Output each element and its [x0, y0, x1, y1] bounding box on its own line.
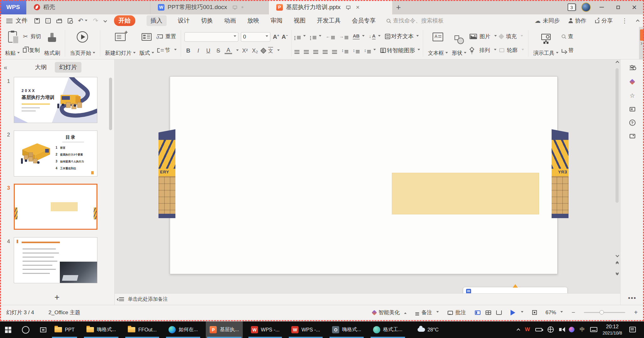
theme-name[interactable]: 2_Office 主题 — [49, 309, 80, 316]
bullet-list-button[interactable] — [294, 35, 306, 38]
zoom-in-button[interactable] — [634, 309, 638, 316]
new-tab-button[interactable] — [392, 0, 405, 14]
zoom-level[interactable]: 67% — [546, 310, 563, 316]
tab-member[interactable]: 会员专享 — [352, 17, 376, 25]
zoom-slider-knob[interactable] — [600, 310, 604, 315]
collapse-ribbon-icon[interactable] — [636, 19, 639, 23]
bold-button[interactable]: B — [184, 48, 192, 54]
increase-indent-button[interactable]: → — [339, 34, 348, 39]
slideshow-play-button[interactable] — [511, 310, 523, 315]
present-mode-icon[interactable] — [233, 6, 237, 9]
more-options-icon[interactable] — [621, 17, 628, 24]
slide-thumbnail-3-selected[interactable] — [14, 184, 97, 230]
arrange-button[interactable]: 排列 — [470, 47, 497, 54]
character-spacing-button[interactable]: AB — [353, 33, 365, 39]
taskbar-item-folder[interactable]: FFOut... — [124, 321, 160, 338]
section-button[interactable]: 节 — [157, 47, 177, 54]
present-mode-icon[interactable] — [346, 6, 351, 9]
strikethrough-button[interactable]: S — [215, 48, 222, 54]
next-slide-button[interactable] — [615, 272, 619, 274]
phonetic-guide-button[interactable]: 文 — [268, 47, 273, 54]
task-view-button[interactable] — [40, 327, 46, 332]
present-tools-dropdown-icon[interactable] — [556, 52, 558, 55]
comments-button[interactable]: 批注 — [448, 309, 466, 316]
align-center-icon[interactable] — [304, 50, 309, 51]
wps-tray-icon[interactable]: W — [525, 326, 530, 333]
slide-canvas[interactable]: ERY ERY 单击此处添加备注 — [115, 59, 620, 305]
find-button[interactable]: 查 — [562, 33, 577, 40]
shapes-button[interactable]: 形状 — [450, 29, 468, 58]
superscript-button[interactable]: X² — [241, 48, 249, 54]
tab-slideshow[interactable]: 放映 — [247, 17, 259, 25]
battery-icon[interactable] — [535, 328, 542, 331]
tray-expand-icon[interactable] — [517, 328, 520, 332]
tab-docer[interactable]: 稻壳 — [26, 0, 150, 14]
layout-button[interactable]: 版式 — [138, 29, 156, 58]
textbox-dropdown-icon[interactable] — [445, 52, 448, 55]
favorites-button[interactable]: ☆ — [628, 92, 636, 99]
clear-format-icon[interactable] — [260, 48, 267, 54]
clock[interactable]: 20:12 2021/10/8 — [603, 323, 622, 336]
new-slide-button[interactable]: 新建幻灯片 — [103, 29, 138, 58]
scroll-up-icon[interactable] — [615, 61, 619, 64]
decrease-indent-button[interactable]: ← — [326, 34, 335, 39]
new-slide-dropdown-icon[interactable] — [133, 52, 136, 55]
tray-app-icon[interactable] — [569, 327, 574, 332]
align-text-button[interactable]: 对齐文本 — [385, 33, 419, 40]
slide-thumbnail-1[interactable]: 20XX 基层执行力培训 — [14, 77, 97, 123]
tab-outline[interactable]: 大纲 — [35, 63, 47, 71]
previous-slide-button[interactable] — [615, 262, 619, 264]
tab-view[interactable]: 视图 — [294, 17, 306, 25]
layout-dropdown-icon[interactable] — [152, 52, 154, 55]
shapes-dropdown-icon[interactable] — [464, 52, 466, 55]
print-preview-icon[interactable] — [68, 18, 72, 23]
tab-transition[interactable]: 切换 — [201, 17, 213, 25]
italic-button[interactable]: I — [195, 48, 202, 54]
share-button[interactable]: 分享 — [595, 17, 613, 24]
align-left-icon[interactable] — [294, 50, 299, 51]
paste-dropdown-icon[interactable] — [17, 52, 20, 55]
tab-pptx-document-active[interactable]: P 基层执行力培训.pptx — [269, 0, 392, 14]
fit-slide-button[interactable] — [532, 310, 537, 315]
tab-design[interactable]: 设计 — [178, 17, 190, 25]
user-avatar[interactable] — [581, 3, 591, 12]
subscript-button[interactable]: X₂ — [251, 48, 259, 54]
zoom-out-button[interactable] — [572, 309, 575, 316]
undo-dropdown-icon[interactable] — [85, 20, 87, 23]
help-button[interactable]: ? — [629, 120, 636, 126]
line-spacing-button[interactable]: ↕ — [341, 48, 348, 53]
notes-bar[interactable]: 单击此处添加备注 — [115, 293, 620, 305]
picture-dropdown-icon[interactable] — [494, 35, 497, 38]
reset-button[interactable]: 重置 — [157, 33, 177, 40]
object-properties-button[interactable] — [628, 64, 636, 71]
tab-insert[interactable]: 插入 — [147, 15, 167, 26]
close-button[interactable] — [629, 3, 640, 12]
collaborate-button[interactable]: 协作 — [569, 17, 586, 24]
ime-indicator[interactable]: 中 — [580, 326, 585, 333]
paste-button[interactable]: 粘贴 — [3, 29, 22, 58]
notes-toggle-button[interactable]: 备注 — [415, 309, 439, 316]
wps-brand-button[interactable]: WPS — [0, 0, 26, 14]
textbox-button[interactable]: 文本框 — [426, 29, 450, 58]
current-slide[interactable] — [170, 76, 558, 274]
reading-view-button[interactable] — [496, 310, 502, 315]
more-tools-icon[interactable] — [628, 294, 636, 302]
justify-icon[interactable] — [323, 50, 328, 51]
taskbar-item-app[interactable]: 嗨格式... — [328, 321, 365, 338]
slide-sorter-view-button[interactable] — [486, 310, 491, 315]
format-painter-button[interactable]: 格式刷 — [42, 29, 62, 58]
zoom-slider[interactable] — [584, 312, 625, 313]
play-from-current-button[interactable]: 当页开始 — [68, 29, 97, 58]
replace-button[interactable]: 替 — [562, 47, 577, 54]
align-right-icon[interactable] — [313, 50, 318, 51]
text-direction-button[interactable]: ↓A — [369, 33, 381, 39]
taskbar-item-edge[interactable]: 如何在... — [165, 321, 201, 338]
font-size-select[interactable]: 0 — [241, 32, 270, 42]
customize-toolbar-icon[interactable] — [103, 19, 107, 22]
smart-beautify-button[interactable]: 智能美化 — [372, 309, 407, 316]
save-icon[interactable] — [34, 18, 40, 23]
picture-button[interactable]: 图片 — [470, 33, 497, 40]
tab-slides[interactable]: 幻灯片 — [55, 62, 81, 73]
taskbar-item-ppt-folder[interactable]: PPT — [51, 321, 78, 338]
convert-smartart-button[interactable]: 转智能图形 — [380, 47, 420, 54]
